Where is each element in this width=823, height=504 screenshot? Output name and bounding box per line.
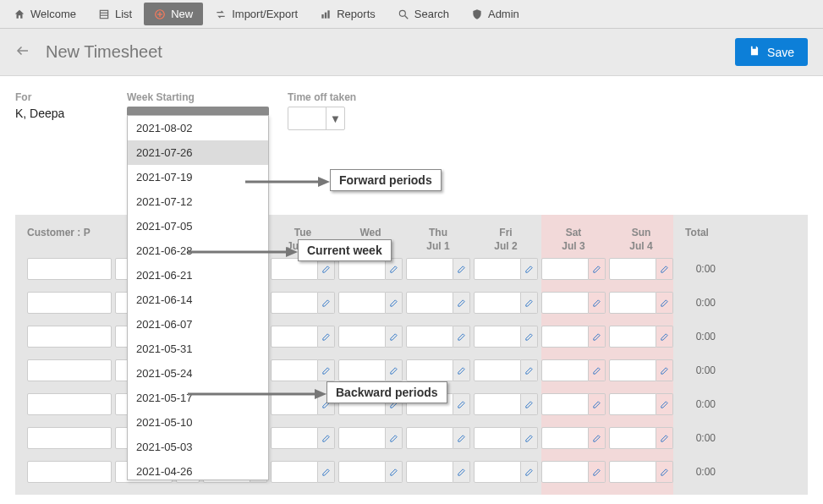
edit-icon[interactable]: [589, 427, 606, 449]
edit-icon[interactable]: [589, 292, 606, 314]
edit-icon[interactable]: [589, 359, 606, 381]
time-off-dropdown[interactable]: ▼: [288, 107, 345, 130]
edit-icon[interactable]: [386, 359, 403, 381]
edit-icon[interactable]: [318, 359, 335, 381]
edit-icon[interactable]: [656, 427, 673, 449]
edit-icon[interactable]: [521, 326, 538, 348]
hours-input[interactable]: [474, 427, 521, 449]
hours-input[interactable]: [541, 292, 589, 314]
customer-input[interactable]: [27, 326, 112, 348]
edit-icon[interactable]: [453, 258, 470, 280]
hours-input[interactable]: [474, 461, 521, 483]
week-option[interactable]: 2021-05-10: [128, 410, 268, 435]
edit-icon[interactable]: [521, 461, 538, 483]
edit-icon[interactable]: [318, 461, 335, 483]
edit-icon[interactable]: [386, 326, 403, 348]
week-option[interactable]: 2021-07-26: [128, 140, 268, 165]
hours-input[interactable]: [271, 461, 318, 483]
back-arrow-icon[interactable]: [15, 43, 30, 61]
hours-input[interactable]: [338, 359, 386, 381]
nav-welcome[interactable]: Welcome: [3, 3, 86, 25]
hours-input[interactable]: [338, 326, 386, 348]
edit-icon[interactable]: [386, 461, 403, 483]
edit-icon[interactable]: [318, 326, 335, 348]
edit-icon[interactable]: [521, 393, 538, 415]
hours-input[interactable]: [271, 359, 318, 381]
edit-icon[interactable]: [589, 461, 606, 483]
hours-input[interactable]: [474, 359, 521, 381]
edit-icon[interactable]: [318, 258, 335, 280]
hours-input[interactable]: [406, 427, 453, 449]
week-option[interactable]: 2021-08-02: [128, 116, 268, 140]
hours-input[interactable]: [609, 393, 656, 415]
hours-input[interactable]: [541, 326, 589, 348]
hours-input[interactable]: [609, 292, 656, 314]
edit-icon[interactable]: [656, 359, 673, 381]
customer-input[interactable]: [27, 292, 112, 314]
edit-icon[interactable]: [386, 427, 403, 449]
hours-input[interactable]: [609, 359, 656, 381]
edit-icon[interactable]: [521, 427, 538, 449]
week-starting-scroll[interactable]: 2021-08-022021-07-262021-07-192021-07-12…: [128, 116, 268, 479]
hours-input[interactable]: [609, 326, 656, 348]
edit-icon[interactable]: [453, 359, 470, 381]
edit-icon[interactable]: [521, 359, 538, 381]
edit-icon[interactable]: [521, 292, 538, 314]
hours-input[interactable]: [541, 427, 589, 449]
nav-list[interactable]: List: [88, 3, 142, 25]
week-option[interactable]: 2021-05-24: [128, 361, 268, 386]
customer-input[interactable]: [27, 359, 112, 381]
hours-input[interactable]: [406, 292, 453, 314]
hours-input[interactable]: [609, 427, 656, 449]
hours-input[interactable]: [338, 427, 386, 449]
week-option[interactable]: 2021-07-05: [128, 214, 268, 238]
edit-icon[interactable]: [386, 292, 403, 314]
nav-reports[interactable]: Reports: [310, 3, 386, 25]
edit-icon[interactable]: [453, 326, 470, 348]
edit-icon[interactable]: [656, 258, 673, 280]
save-button[interactable]: Save: [735, 38, 808, 66]
hours-input[interactable]: [474, 292, 521, 314]
edit-icon[interactable]: [589, 393, 606, 415]
edit-icon[interactable]: [453, 292, 470, 314]
hours-input[interactable]: [271, 258, 318, 280]
nav-import-export[interactable]: Import/Export: [205, 3, 308, 25]
customer-input[interactable]: [27, 258, 112, 280]
edit-icon[interactable]: [589, 326, 606, 348]
nav-admin[interactable]: Admin: [461, 3, 529, 25]
edit-icon[interactable]: [318, 427, 335, 449]
hours-input[interactable]: [406, 461, 453, 483]
hours-input[interactable]: [271, 292, 318, 314]
week-option[interactable]: 2021-06-07: [128, 312, 268, 337]
edit-icon[interactable]: [656, 326, 673, 348]
edit-icon[interactable]: [656, 461, 673, 483]
hours-input[interactable]: [338, 258, 386, 280]
hours-input[interactable]: [541, 461, 589, 483]
hours-input[interactable]: [474, 258, 521, 280]
edit-icon[interactable]: [521, 258, 538, 280]
edit-icon[interactable]: [656, 292, 673, 314]
hours-input[interactable]: [338, 292, 386, 314]
week-option[interactable]: 2021-05-31: [128, 337, 268, 361]
hours-input[interactable]: [338, 461, 386, 483]
week-option[interactable]: 2021-05-03: [128, 435, 268, 459]
week-option[interactable]: 2021-07-12: [128, 189, 268, 214]
customer-input[interactable]: [27, 461, 112, 483]
hours-input[interactable]: [541, 393, 589, 415]
customer-input[interactable]: [27, 427, 112, 449]
edit-icon[interactable]: [656, 393, 673, 415]
hours-input[interactable]: [271, 326, 318, 348]
hours-input[interactable]: [541, 359, 589, 381]
customer-input[interactable]: [27, 393, 112, 415]
edit-icon[interactable]: [386, 258, 403, 280]
week-option[interactable]: 2021-06-14: [128, 288, 268, 312]
hours-input[interactable]: [406, 258, 453, 280]
edit-icon[interactable]: [453, 427, 470, 449]
week-option[interactable]: 2021-06-21: [128, 263, 268, 288]
nav-new[interactable]: New: [144, 3, 203, 25]
hours-input[interactable]: [609, 461, 656, 483]
edit-icon[interactable]: [453, 461, 470, 483]
hours-input[interactable]: [406, 326, 453, 348]
week-option[interactable]: 2021-04-26: [128, 459, 268, 479]
caret-down-icon[interactable]: ▼: [326, 107, 344, 129]
